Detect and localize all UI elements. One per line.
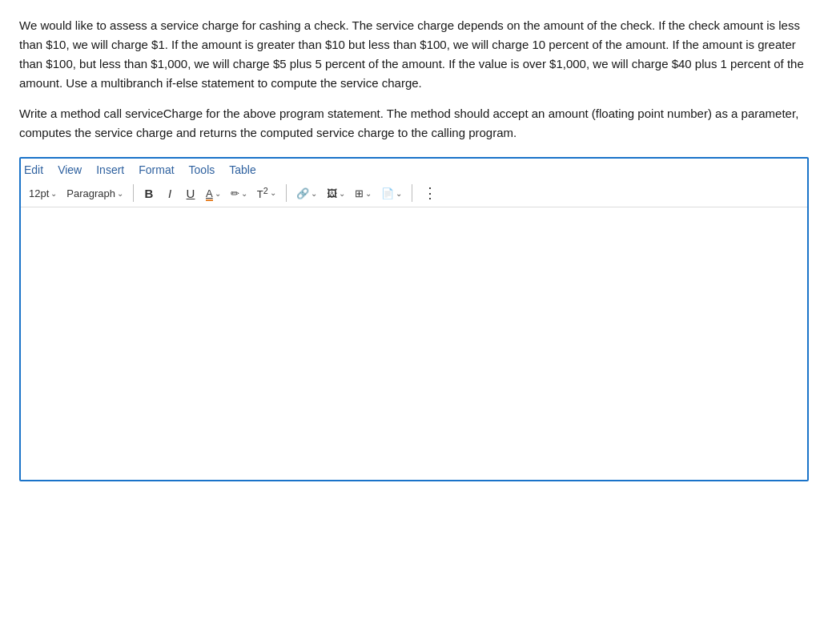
menu-bar: Edit View Insert Format Tools Table <box>21 159 807 179</box>
highlight-dropdown[interactable]: ✏ ⌄ <box>227 186 251 201</box>
font-color-dropdown[interactable]: A ⌄ <box>203 186 224 201</box>
menu-tools[interactable]: Tools <box>189 163 215 176</box>
menu-view[interactable]: View <box>58 163 82 176</box>
font-size-chevron-icon: ⌄ <box>50 189 57 198</box>
divider-3 <box>412 184 412 202</box>
italic-button[interactable]: I <box>161 185 179 202</box>
image-icon: 🖼 <box>327 187 337 199</box>
document-dropdown[interactable]: 📄 ⌄ <box>378 186 405 201</box>
text-editor-area[interactable] <box>21 207 807 480</box>
document-chevron-icon: ⌄ <box>396 189 402 198</box>
font-color-chevron-icon: ⌄ <box>215 189 221 198</box>
paragraph-style-chevron-icon: ⌄ <box>117 189 123 198</box>
superscript-chevron-icon: ⌄ <box>270 188 276 197</box>
editor-container: Edit View Insert Format Tools Table 12pt… <box>19 157 809 481</box>
pencil-icon: ✏ <box>231 187 239 199</box>
superscript-label: T2 <box>257 186 268 200</box>
image-dropdown[interactable]: 🖼 ⌄ <box>324 186 348 201</box>
question-paragraph-1: We would like to assess a service charge… <box>19 16 809 93</box>
menu-format[interactable]: Format <box>139 163 174 176</box>
highlight-chevron-icon: ⌄ <box>241 189 247 198</box>
underline-button[interactable]: U <box>182 185 199 202</box>
superscript-dropdown[interactable]: T2 ⌄ <box>254 184 279 202</box>
font-size-dropdown[interactable]: 12pt ⌄ <box>26 186 60 201</box>
document-icon: 📄 <box>381 187 394 199</box>
table-grid-chevron-icon: ⌄ <box>365 189 372 198</box>
table-grid-icon: ⊞ <box>355 187 364 199</box>
font-color-icon: A <box>206 187 213 199</box>
font-size-value: 12pt <box>29 187 49 199</box>
more-options-button[interactable]: ⋮ <box>419 183 442 203</box>
divider-2 <box>286 184 287 202</box>
bold-button[interactable]: B <box>140 185 158 202</box>
question-text: We would like to assess a service charge… <box>19 16 809 143</box>
menu-insert[interactable]: Insert <box>96 163 124 176</box>
link-chevron-icon: ⌄ <box>311 189 317 198</box>
image-chevron-icon: ⌄ <box>339 189 345 198</box>
menu-table[interactable]: Table <box>229 163 255 176</box>
menu-edit[interactable]: Edit <box>24 163 43 176</box>
link-icon: 🔗 <box>296 187 309 199</box>
question-paragraph-2: Write a method call serviceCharge for th… <box>19 104 809 143</box>
table-insert-dropdown[interactable]: ⊞ ⌄ <box>352 186 375 201</box>
toolbar: 12pt ⌄ Paragraph ⌄ B I U A ⌄ ✏ <box>21 179 807 207</box>
paragraph-style-value: Paragraph <box>66 187 115 199</box>
link-dropdown[interactable]: 🔗 ⌄ <box>293 186 320 201</box>
divider-1 <box>133 184 134 202</box>
paragraph-style-dropdown[interactable]: Paragraph ⌄ <box>63 186 127 201</box>
page-container: We would like to assess a service charge… <box>19 16 809 481</box>
